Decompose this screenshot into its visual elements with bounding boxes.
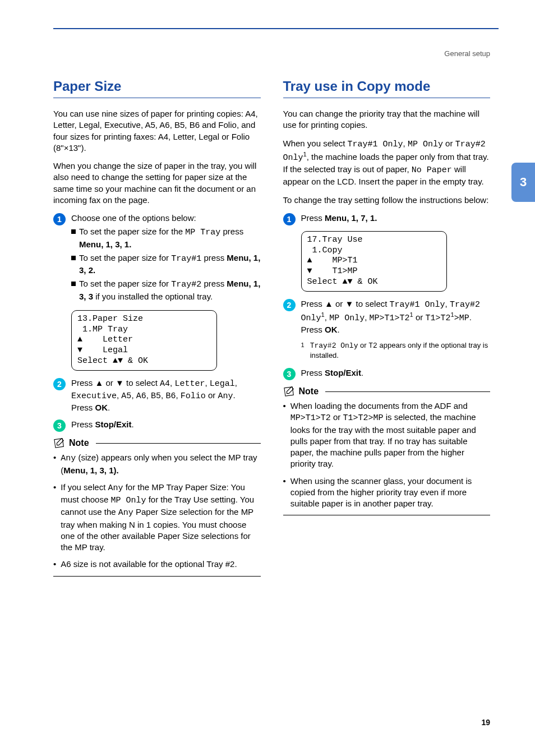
code: Legal <box>210 379 235 389</box>
paragraph: When you change the size of paper in the… <box>53 160 261 206</box>
t: . <box>132 420 134 429</box>
right-column: Tray use in Copy mode You can change the… <box>283 79 491 577</box>
step-badge-1: 1 <box>283 213 296 225</box>
code: T1>T2>MP <box>343 413 383 423</box>
code: MP Only <box>329 314 365 323</box>
ok-key: OK <box>95 403 108 412</box>
sub-item: To set the paper size for the MP Tray pr… <box>71 226 261 250</box>
footnote-number: 1 <box>301 341 305 361</box>
code: A6 <box>136 391 146 401</box>
step-3: 3 Press Stop/Exit. <box>283 367 491 380</box>
t: press <box>201 279 227 288</box>
ok-key: OK <box>325 325 338 334</box>
t: . <box>361 368 363 377</box>
t: or <box>206 390 218 400</box>
t: If you select <box>61 482 108 492</box>
step-3: 3 Press Stop/Exit. <box>53 419 261 432</box>
t: . <box>108 403 110 412</box>
step-text: Choose one of the options below: <box>71 213 196 223</box>
step-2: 2 Press ▲ or ▼ to select Tray#1 Only, Tr… <box>283 298 491 336</box>
note-icon <box>53 437 66 449</box>
code: MP Only <box>408 140 443 149</box>
title-text: Tray use in Copy mode <box>283 79 431 94</box>
note-item: • Any (size) appears only when you selec… <box>53 452 261 476</box>
rule <box>96 443 261 444</box>
note-item: • When loading the documents from the AD… <box>283 400 491 470</box>
top-rule <box>53 28 499 29</box>
code: B5 <box>151 391 161 401</box>
note-title: Note <box>69 438 89 448</box>
t: Press ▲ or ▼ to select <box>71 378 160 388</box>
code: Any <box>108 483 123 493</box>
code: Any <box>118 508 133 518</box>
seq: , 1, 3, 1. <box>101 239 131 249</box>
t: or <box>331 412 343 422</box>
square-bullet-icon <box>71 282 76 286</box>
rule <box>53 576 261 577</box>
stop-exit-key: Stop/Exit <box>325 368 361 377</box>
t: When loading the documents from the ADF … <box>290 401 468 411</box>
t: To set the paper size for <box>79 253 171 262</box>
section-title-tray-use: Tray use in Copy mode <box>283 79 491 98</box>
t: Press <box>301 368 325 377</box>
code: Tray#2 Only <box>310 342 358 350</box>
code: A4 <box>160 379 170 389</box>
rule <box>325 391 490 392</box>
title-text: Paper Size <box>53 79 121 94</box>
square-bullet-icon <box>71 229 76 234</box>
seq: , 1, 7, 1. <box>347 213 377 223</box>
left-column: Paper Size You can use nine sizes of pap… <box>53 79 261 577</box>
menu-key: Menu <box>227 279 248 288</box>
code: Letter <box>174 379 205 389</box>
t: A6 size is not available for the optiona… <box>61 559 237 570</box>
t: press <box>201 253 227 262</box>
t: . <box>338 325 340 334</box>
t: To set the paper size for the <box>79 227 185 236</box>
lcd-display: 13.Paper Size 1.MP Tray ▲ Letter ▼ Legal… <box>71 310 217 371</box>
code: No Paper <box>412 165 452 175</box>
step-badge-2: 2 <box>53 378 66 390</box>
code: MP <box>459 314 469 323</box>
t: > <box>454 314 459 323</box>
code: MP>T1>T2 <box>369 314 409 323</box>
footnote: 1 Tray#2 Only or T2 appears only if the … <box>301 341 491 361</box>
step-2: 2 Press ▲ or ▼ to select A4, Letter, Leg… <box>53 377 261 414</box>
code: T1>T2 <box>425 314 450 323</box>
page-number: 19 <box>481 718 490 727</box>
code: Any <box>218 391 233 401</box>
menu-key: Menu <box>63 465 85 475</box>
code: MP>T1>T2 <box>290 413 331 423</box>
section-title-paper-size: Paper Size <box>53 79 261 98</box>
t: or <box>358 341 368 349</box>
svg-rect-0 <box>54 439 63 448</box>
code: Tray#1 Only <box>348 140 403 149</box>
note-block: Note • Any (size) appears only when you … <box>53 437 261 576</box>
code: MP Tray <box>185 228 220 237</box>
code: A5 <box>121 391 131 401</box>
stop-exit-key: Stop/Exit <box>95 420 132 429</box>
rule <box>283 515 491 515</box>
t: if you installed the optional tray. <box>93 292 213 301</box>
step-1: 1 Press Menu, 1, 7, 1. <box>283 213 491 225</box>
code: B6 <box>165 391 176 401</box>
chapter-tab: 3 <box>511 163 535 202</box>
note-icon <box>283 386 296 397</box>
seq: , 1, 3, 1). <box>85 465 118 475</box>
sub-item: To set the paper size for Tray#2 press M… <box>71 278 261 302</box>
square-bullet-icon <box>71 256 76 260</box>
t: press <box>220 227 243 236</box>
t: When using the scanner glass, your docum… <box>290 476 490 510</box>
code: MP Only <box>110 496 146 505</box>
note-item: • If you select Any for the MP Tray Pape… <box>53 482 261 554</box>
t: Press ▲ or ▼ to select <box>301 299 390 308</box>
t: When you select <box>283 139 348 148</box>
step-badge-1: 1 <box>53 213 66 225</box>
note-title: Note <box>299 386 319 397</box>
note-block: Note • When loading the documents from t… <box>283 386 491 515</box>
note-item: • When using the scanner glass, your doc… <box>283 476 491 510</box>
code: Tray#1 <box>171 254 201 264</box>
menu-key: Menu <box>227 253 248 262</box>
code: T2 <box>368 342 377 350</box>
t: or <box>413 312 426 322</box>
step-1: 1 Choose one of the options below: To se… <box>53 213 261 305</box>
